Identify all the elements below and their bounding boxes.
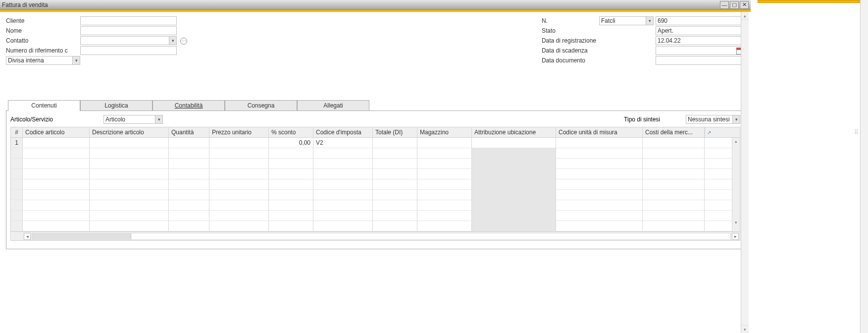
title-bar: Fattura di vendita — ▢ ✕: [0, 0, 751, 10]
scroll-down-icon[interactable]: ▾: [732, 219, 740, 226]
maximize-button[interactable]: ▢: [730, 1, 739, 9]
tab-contenuti[interactable]: Contenuti: [8, 100, 80, 111]
expand-grid-icon[interactable]: ↗: [705, 127, 713, 137]
scroll-down-icon[interactable]: ▾: [741, 325, 749, 333]
nome-input[interactable]: [80, 26, 177, 35]
numero-rif-label: Numero di riferimento c: [6, 46, 80, 56]
col-descrizione[interactable]: Descrizione articolo: [90, 127, 169, 137]
col-codice-imposta[interactable]: Codice d'imposta: [313, 127, 373, 137]
hscroll-thumb[interactable]: [32, 233, 131, 239]
articolo-servizio-label: Articolo/Servizio: [10, 116, 53, 123]
table-row[interactable]: [11, 159, 732, 169]
table-row[interactable]: [11, 148, 732, 159]
table-row[interactable]: [11, 190, 732, 200]
stato-label: Stato: [542, 26, 599, 36]
cliente-label: Cliente: [6, 16, 80, 26]
grid-vscroll[interactable]: ▴ ▾: [732, 138, 740, 231]
hscroll-track[interactable]: [32, 233, 731, 240]
cell-prezzo-unitario[interactable]: [209, 138, 269, 148]
window-title: Fattura di vendita: [2, 1, 719, 8]
cell-magazzino[interactable]: [417, 138, 472, 148]
col-magazzino[interactable]: Magazzino: [417, 127, 472, 137]
table-row[interactable]: [11, 179, 732, 190]
data-doc-label: Data documento: [542, 56, 599, 65]
n-value-input[interactable]: [656, 16, 745, 25]
col-rownum[interactable]: #: [11, 127, 23, 137]
table-row[interactable]: [11, 211, 732, 221]
nome-label: Nome: [6, 26, 80, 36]
tipo-sintesi-select[interactable]: Nessuna sintesi: [686, 115, 740, 124]
cell-costi-merc[interactable]: [643, 138, 705, 148]
panel-top-controls: Articolo/Servizio Articolo ▾ Tipo di sin…: [10, 115, 740, 124]
table-row[interactable]: 1 0,00 V2: [11, 138, 732, 148]
secondary-accent-strip: [758, 0, 867, 3]
grid-header: # Codice articolo Descrizione articolo Q…: [11, 127, 740, 138]
col-totale-di[interactable]: Totale (DI): [373, 127, 417, 137]
col-prezzo-unitario[interactable]: Prezzo unitario: [209, 127, 269, 137]
close-button[interactable]: ✕: [740, 1, 749, 9]
numero-rif-input[interactable]: [80, 46, 177, 55]
stato-input[interactable]: [656, 26, 745, 35]
panel-vscroll[interactable]: ▴ ▾: [741, 12, 749, 333]
n-label: N.: [542, 16, 599, 26]
right-form: N. Fatcli ▾ Stato Data di registrazione: [542, 16, 745, 65]
n-type-select[interactable]: Fatcli: [599, 16, 654, 25]
tabs: Contenuti Logistica Contabilità Consegna…: [6, 100, 745, 249]
scroll-left-icon[interactable]: ◂: [24, 233, 31, 240]
tab-logistica[interactable]: Logistica: [80, 100, 153, 111]
col-quantita[interactable]: Quantità: [169, 127, 209, 137]
col-costi-merc[interactable]: Costi della merc...: [643, 127, 705, 137]
col-attribuzione-ubicazione[interactable]: Attribuzione ubicazione: [472, 127, 556, 137]
content-area: Cliente Nome Contatto ▾ ⋯ Numero di rife…: [0, 12, 751, 249]
cell-quantita[interactable]: [169, 138, 209, 148]
left-form: Cliente Nome Contatto ▾ ⋯ Numero di rife…: [6, 16, 187, 65]
contatto-select[interactable]: [80, 36, 177, 45]
cell-codice-imposta[interactable]: V2: [313, 138, 373, 148]
scroll-up-icon[interactable]: ▴: [741, 12, 749, 20]
cell-descrizione[interactable]: [90, 138, 169, 148]
scroll-up-icon[interactable]: ▴: [732, 138, 740, 145]
data-reg-input[interactable]: [656, 36, 745, 45]
contatto-label: Contatto: [6, 36, 80, 46]
cell-codice-articolo[interactable]: [23, 138, 90, 148]
header-form: Cliente Nome Contatto ▾ ⋯ Numero di rife…: [6, 16, 745, 65]
tab-contabilita[interactable]: Contabilità: [153, 100, 225, 111]
tab-consegna[interactable]: Consegna: [225, 100, 297, 111]
table-row[interactable]: [11, 169, 732, 179]
row-num: 1: [11, 138, 23, 148]
grid-body: 1 0,00 V2: [11, 138, 732, 231]
tab-allegati[interactable]: Allegati: [297, 100, 369, 111]
items-grid: # Codice articolo Descrizione articolo Q…: [10, 127, 740, 241]
col-codice-articolo[interactable]: Codice articolo: [23, 127, 90, 137]
cell-pct-sconto[interactable]: 0,00: [269, 138, 313, 148]
data-reg-label: Data di registrazione: [542, 36, 599, 46]
table-row[interactable]: [11, 200, 732, 211]
cell-totale-di[interactable]: [373, 138, 417, 148]
cell-attribuzione[interactable]: [472, 138, 556, 148]
data-scad-input[interactable]: [656, 46, 745, 55]
data-scad-label: Data di scadenza: [542, 46, 599, 56]
outer-vscroll[interactable]: [860, 0, 868, 333]
tipo-sintesi-label: Tipo di sintesi: [624, 116, 660, 123]
minimize-button[interactable]: —: [720, 1, 729, 9]
scroll-right-icon[interactable]: ▸: [732, 233, 739, 240]
tab-panel-contenuti: Articolo/Servizio Articolo ▾ Tipo di sin…: [6, 111, 745, 249]
col-codice-um[interactable]: Codice unità di misura: [556, 127, 643, 137]
info-icon[interactable]: ⋯: [180, 38, 187, 45]
table-row[interactable]: [11, 221, 732, 231]
grip-icon[interactable]: ⠿: [854, 129, 858, 139]
data-doc-input[interactable]: [656, 56, 745, 65]
cliente-input[interactable]: [80, 16, 177, 25]
divisa-select[interactable]: Divisa interna: [6, 56, 80, 65]
col-pct-sconto[interactable]: % sconto: [269, 127, 313, 137]
articolo-servizio-select[interactable]: Articolo: [103, 115, 163, 124]
grid-hscroll[interactable]: ◂ ▸: [11, 231, 740, 240]
tab-row: Contenuti Logistica Contabilità Consegna…: [6, 100, 745, 111]
cell-codice-um[interactable]: [556, 138, 643, 148]
